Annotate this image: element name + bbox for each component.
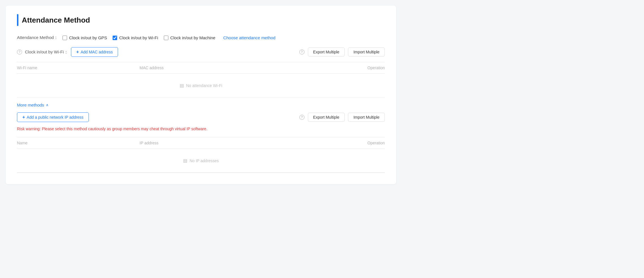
wifi-empty-icon: ▤ — [180, 83, 184, 88]
ip-export-button[interactable]: Export Multiple — [308, 113, 345, 122]
checkbox-gps[interactable]: Clock in/out by GPS — [63, 35, 107, 40]
page-title: Attendance Method — [22, 16, 90, 25]
ip-empty-row: ▤ No IP addresses — [17, 149, 385, 173]
chevron-up-icon: ∧ — [46, 103, 49, 107]
ip-import-button[interactable]: Import Multiple — [348, 113, 385, 122]
add-ip-plus-icon: + — [22, 115, 25, 120]
page-title-section: Attendance Method — [17, 14, 385, 26]
add-mac-plus-icon: + — [76, 49, 79, 55]
ip-col-address: IP address — [139, 141, 262, 145]
risk-warning: Risk warning: Please select this method … — [17, 126, 385, 132]
wifi-table-header: Wi-Fi name MAC address Operation — [17, 62, 385, 74]
add-ip-label: Add a public network IP address — [27, 115, 83, 120]
checkbox-machine-label: Clock in/out by Machine — [170, 35, 215, 40]
more-methods-label: More methods — [17, 103, 44, 107]
wifi-col-operation: Operation — [262, 66, 385, 70]
ip-empty-text: No IP addresses — [190, 158, 219, 163]
add-mac-label: Add MAC address — [81, 50, 113, 54]
wifi-section-label: Clock in/out by Wi-Fi： — [25, 49, 68, 55]
add-ip-address-button[interactable]: + Add a public network IP address — [17, 112, 89, 122]
wifi-col-name: Wi-Fi name — [17, 66, 139, 70]
checkbox-machine-input[interactable] — [164, 36, 168, 40]
attendance-method-row: Attendance Method： Clock in/out by GPS C… — [17, 35, 385, 40]
more-methods-toggle[interactable]: More methods ∧ — [17, 97, 385, 112]
checkbox-wifi[interactable]: Clock in/out by Wi-Fi — [113, 35, 158, 40]
attendance-method-card: Attendance Method Attendance Method： Clo… — [6, 6, 396, 184]
checkbox-wifi-input[interactable] — [113, 36, 117, 40]
choose-attendance-method-link[interactable]: Choose attendance method — [223, 35, 275, 40]
ip-col-operation: Operation — [262, 141, 385, 145]
wifi-col-mac: MAC address — [139, 66, 262, 70]
ip-table-header: Name IP address Operation — [17, 137, 385, 149]
checkbox-gps-label: Clock in/out by GPS — [69, 35, 107, 40]
ip-actions: ? Export Multiple Import Multiple — [299, 113, 385, 122]
wifi-empty-row: ▤ No attendance Wi-Fi — [17, 74, 385, 97]
checkbox-machine[interactable]: Clock in/out by Machine — [164, 35, 215, 40]
wifi-export-help-icon[interactable]: ? — [299, 49, 304, 55]
checkbox-wifi-label: Clock in/out by Wi-Fi — [119, 35, 158, 40]
ip-empty-icon: ▤ — [183, 158, 187, 163]
attendance-method-label: Attendance Method： — [17, 35, 58, 40]
ip-section: + Add a public network IP address ? Expo… — [17, 112, 385, 173]
wifi-empty-text: No attendance Wi-Fi — [186, 83, 222, 88]
attendance-method-options: Clock in/out by GPS Clock in/out by Wi-F… — [63, 35, 215, 40]
add-mac-address-button[interactable]: + Add MAC address — [71, 47, 118, 57]
wifi-help-icon[interactable]: ? — [17, 49, 22, 55]
ip-export-help-icon[interactable]: ? — [299, 115, 304, 120]
checkbox-gps-input[interactable] — [63, 36, 67, 40]
ip-col-name: Name — [17, 141, 139, 145]
ip-bottom-divider — [17, 173, 385, 173]
wifi-section: ? Clock in/out by Wi-Fi： + Add MAC addre… — [17, 47, 385, 97]
wifi-export-button[interactable]: Export Multiple — [308, 47, 345, 57]
wifi-import-button[interactable]: Import Multiple — [348, 47, 385, 57]
wifi-actions: ? Export Multiple Import Multiple — [299, 47, 385, 57]
title-accent-bar — [17, 14, 18, 26]
